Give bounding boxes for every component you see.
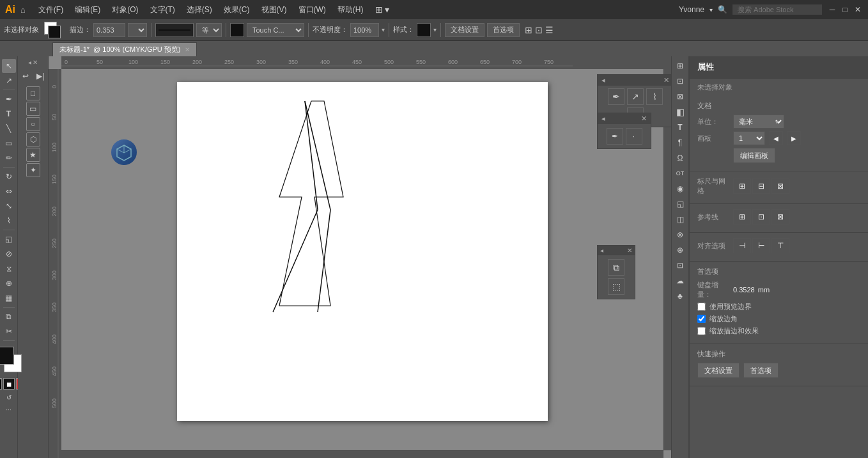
tool-selection[interactable]: ↖ bbox=[2, 59, 16, 73]
rt-stroke-icon[interactable]: ◉ bbox=[673, 182, 687, 196]
quick-preferences-button[interactable]: 首选项 bbox=[743, 363, 779, 378]
undo-btn[interactable]: ↩ bbox=[19, 69, 33, 83]
panel-options-btn[interactable]: ✕ bbox=[33, 59, 38, 66]
align-btn3[interactable]: ⊤ bbox=[771, 238, 789, 253]
brush-select[interactable]: Touch C... bbox=[247, 23, 304, 37]
shape-ellipse[interactable]: ○ bbox=[26, 117, 40, 131]
shape-rounded-rect[interactable]: ▭ bbox=[26, 102, 40, 116]
rt-char-icon[interactable]: T bbox=[673, 120, 687, 134]
tool-type[interactable]: T bbox=[2, 107, 16, 121]
workspace-icon[interactable]: ⊡ bbox=[535, 25, 543, 35]
panels-icon[interactable]: ⊞ ▾ bbox=[370, 3, 395, 17]
tool-pencil[interactable]: ✏ bbox=[2, 151, 16, 165]
menu-effect[interactable]: 效果(C) bbox=[219, 3, 255, 17]
shape-rect[interactable]: □ bbox=[26, 86, 40, 100]
guides-btn1[interactable]: ⊞ bbox=[733, 209, 751, 225]
workspace-menu-icon[interactable]: ☰ bbox=[545, 25, 554, 35]
transform-panel-collapse[interactable]: ◂ bbox=[600, 247, 603, 254]
menu-select[interactable]: 选择(S) bbox=[182, 3, 217, 17]
guides-btn3[interactable]: ⊠ bbox=[771, 209, 789, 225]
user-dropdown-icon[interactable]: ▾ bbox=[709, 6, 713, 13]
rt-libraries-icon[interactable]: ☁ bbox=[673, 274, 687, 288]
brushes-panel-close[interactable]: ✕ bbox=[663, 76, 669, 84]
rt-appearance-icon[interactable]: ⊗ bbox=[673, 228, 687, 242]
tool-warp[interactable]: ⌇ bbox=[2, 214, 16, 228]
transform-scale-icon[interactable]: ⧉ bbox=[608, 259, 624, 276]
rt-pathfinder-icon[interactable]: ⊠ bbox=[673, 90, 687, 104]
rt-transparency-icon[interactable]: ◫ bbox=[673, 212, 687, 226]
rt-transform-icon[interactable]: ⊡ bbox=[673, 74, 687, 88]
style-arrow[interactable]: ▾ bbox=[433, 26, 437, 33]
props-unit-select[interactable]: 毫米 像素 点 bbox=[733, 114, 784, 129]
color-swatches[interactable] bbox=[44, 22, 65, 38]
rt-opentype-icon[interactable]: OT bbox=[673, 166, 687, 180]
tool-mirror[interactable]: ⇔ bbox=[2, 184, 16, 198]
stroke-value-input[interactable] bbox=[93, 23, 125, 37]
scrollbar-bottom[interactable] bbox=[61, 450, 663, 458]
tool-shape[interactable]: ▭ bbox=[2, 136, 16, 150]
preferences-button[interactable]: 首选项 bbox=[487, 23, 520, 37]
brushes-panel-collapse[interactable]: ◂ bbox=[601, 76, 605, 84]
snap-toggle-btn[interactable]: ⊠ bbox=[771, 178, 789, 194]
swap-colors-icon[interactable]: ⇄ bbox=[0, 391, 2, 403]
artboard[interactable] bbox=[177, 82, 548, 421]
tool-scale[interactable]: ⤡ bbox=[2, 199, 16, 213]
quick-doc-settings-button[interactable]: 文档设置 bbox=[697, 363, 740, 378]
canvas-scroll-area[interactable] bbox=[61, 69, 663, 450]
maximize-button[interactable]: □ bbox=[840, 4, 850, 15]
doc-settings-button[interactable]: 文档设置 bbox=[445, 23, 484, 37]
scale-corners-checkbox[interactable] bbox=[697, 315, 706, 323]
rt-more-icon[interactable]: ♣ bbox=[673, 289, 687, 303]
rt-image-trace-icon[interactable]: ⊡ bbox=[673, 258, 687, 272]
tool-direct-select[interactable]: ↗ bbox=[2, 74, 16, 88]
tool-rotate[interactable]: ↻ bbox=[2, 170, 16, 184]
brush-smooth-icon[interactable]: ⌇ bbox=[646, 88, 663, 105]
none-color-icon[interactable] bbox=[0, 378, 2, 390]
stroke-unit-select[interactable]: ptmmpx bbox=[128, 23, 147, 37]
next-artboard-button[interactable]: ▶ bbox=[787, 131, 801, 145]
canvas-area[interactable]: 0 50 100 150 200 250 300 350 400 450 500… bbox=[49, 56, 671, 458]
reset-colors-icon[interactable]: ↺ bbox=[3, 391, 15, 403]
tool-gradient[interactable]: ◱ bbox=[2, 232, 16, 246]
tool-slice[interactable]: ✂ bbox=[2, 324, 16, 338]
style-swatch[interactable] bbox=[417, 23, 431, 37]
tab-close-button[interactable]: ✕ bbox=[185, 46, 190, 53]
rt-layers-icon[interactable]: ◧ bbox=[673, 105, 687, 119]
tool-graph[interactable]: ▦ bbox=[2, 291, 16, 305]
tool-symbol[interactable]: ⊕ bbox=[2, 276, 16, 290]
menu-help[interactable]: 帮助(H) bbox=[332, 3, 369, 17]
minimize-button[interactable]: ─ bbox=[827, 4, 837, 15]
tool-pen[interactable]: ✒ bbox=[2, 92, 16, 106]
tool-artboard[interactable]: ⧉ bbox=[2, 310, 16, 324]
props-artboard-select[interactable]: 1 bbox=[733, 131, 765, 145]
align-btn2[interactable]: ⊢ bbox=[752, 238, 770, 253]
shape-flare[interactable]: ✦ bbox=[26, 163, 40, 177]
rt-glyph-icon[interactable]: Ω bbox=[673, 151, 687, 165]
edit-artboard-button[interactable]: 编辑画板 bbox=[733, 148, 775, 163]
preview-bounds-checkbox[interactable] bbox=[697, 303, 706, 311]
menu-edit[interactable]: 编辑(E) bbox=[70, 3, 105, 17]
grid-toggle-btn[interactable]: ⊟ bbox=[752, 178, 770, 194]
transform-artboard-icon[interactable]: ⬚ bbox=[608, 278, 624, 295]
panel-collapse-btn[interactable]: ◂ bbox=[28, 59, 31, 66]
3d-widget[interactable] bbox=[110, 138, 142, 170]
align-btn1[interactable]: ⊣ bbox=[733, 238, 751, 253]
mini-panel-close[interactable]: ✕ bbox=[641, 114, 647, 123]
stroke-preview[interactable] bbox=[155, 23, 194, 37]
rt-gradient-icon[interactable]: ◱ bbox=[673, 197, 687, 211]
menu-object[interactable]: 对象(O) bbox=[107, 3, 143, 17]
document-tab[interactable]: 未标题-1* @ 100% (CMYK/GPU 预览) ✕ bbox=[52, 42, 197, 56]
shape-star[interactable]: ★ bbox=[26, 148, 40, 162]
brush-color-swatch[interactable] bbox=[230, 23, 244, 37]
rt-paragraph-icon[interactable]: ¶ bbox=[673, 136, 687, 150]
more-tools-btn[interactable]: ··· bbox=[6, 406, 11, 413]
rt-color-guide-icon[interactable]: ⊕ bbox=[673, 243, 687, 257]
mini-pen-icon[interactable]: ✒ bbox=[607, 128, 623, 145]
mini-dot-icon[interactable]: · bbox=[626, 128, 642, 145]
tool-line[interactable]: ╲ bbox=[2, 122, 16, 136]
brush-pen-icon[interactable]: ✒ bbox=[608, 88, 624, 105]
mini-panel-collapse[interactable]: ◂ bbox=[601, 114, 605, 123]
opacity-input[interactable] bbox=[350, 23, 379, 37]
guides-btn2[interactable]: ⊡ bbox=[752, 209, 770, 225]
close-button[interactable]: ✕ bbox=[853, 4, 863, 15]
